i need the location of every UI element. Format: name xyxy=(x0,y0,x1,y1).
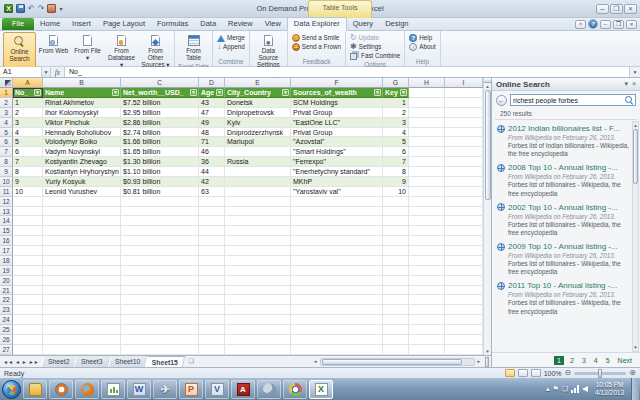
empty-cell[interactable] xyxy=(13,266,43,276)
column-header-F[interactable]: F xyxy=(291,78,383,88)
row-header-25[interactable]: 25 xyxy=(0,325,13,335)
empty-cell[interactable] xyxy=(13,315,43,325)
empty-cell[interactable] xyxy=(13,295,43,305)
empty-cell[interactable] xyxy=(383,226,409,236)
empty-cell[interactable] xyxy=(383,246,409,256)
empty-cell[interactable] xyxy=(383,197,409,207)
help-button[interactable]: ?Help xyxy=(407,33,437,42)
row-header-24[interactable]: 24 xyxy=(0,315,13,325)
table-cell[interactable]: $1.30 billion xyxy=(121,157,199,167)
row-header-11[interactable]: 11 xyxy=(0,187,13,197)
table-cell[interactable]: 8 xyxy=(13,167,43,177)
column-header-E[interactable]: E xyxy=(225,78,291,88)
row-header-17[interactable]: 17 xyxy=(0,246,13,256)
empty-cell[interactable] xyxy=(121,305,199,315)
empty-cell[interactable] xyxy=(445,276,483,286)
from-web-button[interactable]: From Web xyxy=(37,32,70,69)
empty-cell[interactable] xyxy=(13,226,43,236)
empty-cell[interactable] xyxy=(13,216,43,226)
empty-cell[interactable] xyxy=(43,286,121,296)
search-input[interactable]: richest people forbes xyxy=(510,94,636,106)
table-cell[interactable]: 71 xyxy=(199,137,225,147)
empty-cell[interactable] xyxy=(445,197,483,207)
name-box[interactable]: A1 xyxy=(0,67,42,77)
table-cell[interactable]: Ihor Kolomoyskyi xyxy=(43,108,121,118)
table-cell[interactable]: 43 xyxy=(199,98,225,108)
table-cell[interactable]: $2.74 billion xyxy=(121,128,199,138)
empty-cell[interactable] xyxy=(409,315,445,325)
table-cell[interactable]: 6 xyxy=(13,147,43,157)
pane-scroll-thumb[interactable] xyxy=(633,129,638,184)
empty-cell[interactable] xyxy=(13,256,43,266)
table-cell[interactable]: 4 xyxy=(383,128,409,138)
empty-cell[interactable] xyxy=(43,236,121,246)
empty-cell[interactable] xyxy=(43,305,121,315)
empty-cell[interactable] xyxy=(409,276,445,286)
table-cell[interactable]: Dniprodzerzhynsk xyxy=(225,128,291,138)
empty-cell[interactable] xyxy=(445,226,483,236)
empty-cell[interactable] xyxy=(121,226,199,236)
undo-icon[interactable]: ↶ xyxy=(28,4,35,13)
action-center-flag-icon[interactable]: ⚑ xyxy=(553,385,559,393)
ribbon-tab-formulas[interactable]: Formulas xyxy=(151,18,194,30)
empty-cell[interactable] xyxy=(383,216,409,226)
search-result-4[interactable]: 2009 Top 10 - Annual listing -...From Wi… xyxy=(497,242,630,276)
table-cell[interactable]: Viktor Pinchuk xyxy=(43,118,121,128)
ribbon-tab-page-layout[interactable]: Page Layout xyxy=(97,18,151,30)
row-header-23[interactable]: 23 xyxy=(0,305,13,315)
table-header-cell[interactable]: Name▾ xyxy=(43,88,121,98)
empty-cell[interactable] xyxy=(445,118,483,128)
row-header-16[interactable]: 16 xyxy=(0,236,13,246)
zoom-level[interactable]: 100% xyxy=(544,370,562,377)
network-icon[interactable] xyxy=(571,385,579,393)
maximize-button[interactable]: ❐ xyxy=(610,4,623,14)
append-button[interactable]: ↓Append xyxy=(215,42,247,51)
taskbar-plane-button[interactable]: ✈ xyxy=(153,380,177,399)
table-cell[interactable]: 7 xyxy=(13,157,43,167)
empty-cell[interactable] xyxy=(383,286,409,296)
empty-cell[interactable] xyxy=(409,305,445,315)
table-header-cell[interactable]: Age▾ xyxy=(199,88,225,98)
redo-icon[interactable]: ↷ xyxy=(38,4,45,13)
formula-input[interactable]: No_ xyxy=(65,67,629,77)
column-header-B[interactable]: B xyxy=(43,78,121,88)
empty-cell[interactable] xyxy=(13,236,43,246)
scroll-right-icon[interactable]: ► xyxy=(475,359,483,364)
row-header-1[interactable]: 1 xyxy=(0,88,13,98)
empty-cell[interactable] xyxy=(383,305,409,315)
row-header-5[interactable]: 5 xyxy=(0,128,13,138)
empty-cell[interactable] xyxy=(43,207,121,217)
empty-cell[interactable] xyxy=(225,276,291,286)
result-title-link[interactable]: 2008 Top 10 - Annual listing -... xyxy=(508,163,618,172)
empty-cell[interactable] xyxy=(409,177,445,187)
table-header-cell[interactable]: City_Country▾ xyxy=(225,88,291,98)
empty-cell[interactable] xyxy=(291,207,383,217)
empty-cell[interactable] xyxy=(199,305,225,315)
ribbon-tab-design[interactable]: Design xyxy=(379,18,414,30)
empty-cell[interactable] xyxy=(291,266,383,276)
empty-cell[interactable] xyxy=(409,118,445,128)
empty-cell[interactable] xyxy=(291,276,383,286)
empty-cell[interactable] xyxy=(121,246,199,256)
table-cell[interactable]: 2 xyxy=(383,108,409,118)
empty-cell[interactable] xyxy=(199,197,225,207)
name-box-dropdown-icon[interactable]: ▼ xyxy=(42,67,51,77)
row-header-27[interactable]: 27 xyxy=(0,345,13,355)
taskbar-chrome-button[interactable] xyxy=(283,380,307,399)
row-header-20[interactable]: 20 xyxy=(0,276,13,286)
sheet-tab-sheet2[interactable]: Sheet2 xyxy=(41,356,77,367)
empty-cell[interactable] xyxy=(291,226,383,236)
empty-cell[interactable] xyxy=(383,315,409,325)
empty-cell[interactable] xyxy=(199,335,225,345)
table-cell[interactable]: MKhP xyxy=(291,177,383,187)
table-header-cell[interactable]: Net_worth__USD_▾ xyxy=(121,88,199,98)
empty-cell[interactable] xyxy=(199,325,225,335)
zoom-in-icon[interactable]: ⊕ xyxy=(629,369,636,377)
empty-cell[interactable] xyxy=(121,256,199,266)
taskbar-explorer-button[interactable] xyxy=(23,380,47,399)
empty-cell[interactable] xyxy=(409,256,445,266)
empty-cell[interactable] xyxy=(383,266,409,276)
empty-cell[interactable] xyxy=(225,325,291,335)
ribbon-tab-query[interactable]: Query xyxy=(347,18,379,30)
close-button[interactable]: × xyxy=(624,4,637,14)
